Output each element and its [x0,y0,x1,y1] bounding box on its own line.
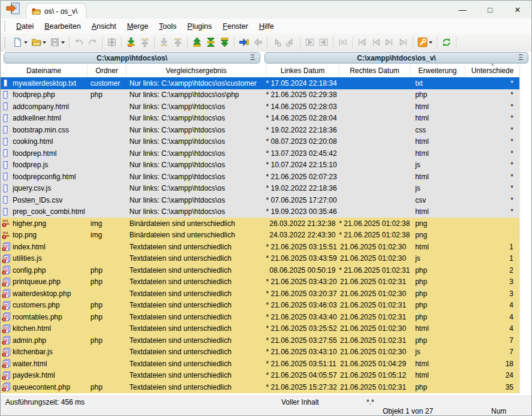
open-right-icon [305,37,315,47]
column-header-unterschiede[interactable]: ^ Unterschiede [465,65,520,77]
menu-grip[interactable] [4,21,7,32]
left-date-cell: * 14.06.2025 02:28:04 [266,114,339,122]
next-diff-button[interactable] [218,35,232,50]
table-row[interactable]: kitchenbar.jsTextdateien sind unterschie… [1,346,520,358]
options-button[interactable] [416,35,434,50]
column-header-ordner[interactable]: Ordner [88,65,127,77]
table-row[interactable]: config.phpphpTextdateien sind unterschie… [1,264,520,276]
differences-cell: 4 [465,324,519,333]
copy-to-left-button[interactable] [138,35,152,50]
extension-cell: png [410,231,465,239]
stop-button[interactable] [251,35,265,50]
item-count: Objekt 1 von 27 [383,407,433,415]
prev-diff-button[interactable] [190,35,204,50]
first-diff-button[interactable] [355,35,369,50]
table-row[interactable]: Posten_IDs.csvNur links: C:\xampp\htdocs… [1,194,520,206]
table-row[interactable]: admin.phpphpTextdateien sind unterschied… [1,334,520,346]
column-header-linkes-datum[interactable]: Linkes Datum [266,65,339,77]
right-path-menu-icon[interactable]: Ξ [518,53,523,62]
differences-cell: * [465,79,519,88]
redo-button[interactable] [86,35,100,50]
first-diff-icon [357,37,367,47]
current-diff-button[interactable] [204,35,218,50]
table-row[interactable]: 10001higher.pngimgBinärdateien sind unte… [1,218,520,230]
copy-left-marker-button[interactable] [284,35,297,50]
table-row[interactable]: jquery.csv.jsNur links: C:\xampp\htdocs\… [1,183,520,195]
undo-button[interactable] [72,35,86,50]
right-date-cell: 21.06.2025 01:02:31 [339,301,410,309]
save-button[interactable] [48,35,67,50]
toolbar-grip[interactable] [4,37,7,48]
move-right-button[interactable] [157,35,171,50]
left-only-icon [1,114,13,123]
column-header-rechtes-datum[interactable]: Rechtes Datum [339,65,410,77]
table-row[interactable]: queuecontent.phpphpTextdateien sind unte… [1,381,520,393]
table-row[interactable]: cooking.htmlNur links: C:\xampp\htdocs\o… [1,136,520,148]
open-left-button[interactable] [317,35,330,50]
table-row[interactable]: 10001top.pngimgBinärdateien sind untersc… [1,230,520,242]
differences-cell: 1 [465,243,519,251]
table-row[interactable]: addkellner.htmlNur links: C:\xampp\htdoc… [1,113,520,125]
close-button[interactable]: ✕ [504,1,531,19]
next-file-button[interactable] [383,35,396,50]
menu-ansicht[interactable]: Ansicht [86,20,122,32]
table-row[interactable]: foodprep.phpphpNur links: C:\xampp\htdoc… [1,89,520,101]
file-compare-list: mywaiterdesktop.txtcustomerNur links: C:… [1,77,531,393]
compare-tab[interactable]: os\ - os_v\ [26,3,86,19]
menu-tools[interactable]: Tools [154,20,182,32]
new-file-button[interactable] [11,35,29,50]
last-file-button[interactable] [396,35,410,50]
right-path-header[interactable]: C:\xampp\htdocs\os_v\ Ξ [265,52,528,64]
prev-file-button[interactable] [369,35,383,50]
open-right-button[interactable] [303,35,317,50]
table-row[interactable]: printqueue.phpphpTextdateien sind unters… [1,276,520,288]
differences-cell: * [465,149,519,158]
table-row[interactable]: paydesk.htmlTextdateien sind unterschied… [1,370,520,382]
menu-fenster[interactable]: Fenster [217,20,253,32]
table-row[interactable]: customers.phpphpTextdateien sind untersc… [1,300,520,312]
table-row[interactable]: addcompany.htmlNur links: C:\xampp\htdoc… [1,101,520,113]
column-header-dateiname[interactable]: Dateiname [1,65,88,77]
copy-right-marker-button[interactable] [270,35,284,50]
split-view-button[interactable] [105,35,119,50]
differences-cell: * [465,126,519,134]
open-button[interactable] [29,35,48,50]
table-row[interactable]: waiterdesktop.phpTextdateien sind unters… [1,288,520,300]
menu-bar: DateiBearbeitenAnsichtMergeToolsPluginsF… [1,19,531,34]
table-row[interactable]: kitchen.htmlTextdateien sind unterschied… [1,323,520,335]
table-row[interactable]: prep_cook_combi.htmlNur links: C:\xampp\… [1,206,520,218]
table-row[interactable]: foodprepconfig.htmlNur links: C:\xampp\h… [1,171,520,183]
menu-merge[interactable]: Merge [122,20,154,32]
left-only-icon [1,161,13,170]
maximize-button[interactable]: □ [476,1,504,19]
table-row[interactable]: index.htmlTextdateien sind unterschiedli… [1,241,520,253]
table-row[interactable]: foodprep.jsNur links: C:\xampp\htdocs\os… [1,159,520,171]
menu-datei[interactable]: Datei [11,20,39,32]
text-diff-icon [1,336,13,345]
menu-bearbeiten[interactable]: Bearbeiten [39,20,86,32]
left-path-menu-icon[interactable]: Ξ [250,53,255,62]
copy-to-right-button[interactable] [124,35,138,50]
column-header-erweiterung[interactable]: Erweiterung [410,65,465,77]
table-row[interactable]: mywaiterdesktop.txtcustomerNur links: C:… [1,77,520,89]
table-row[interactable]: utilities.jsTextdateien sind unterschied… [1,253,520,265]
minimize-button[interactable]: — [449,1,476,19]
table-row[interactable]: waiter.htmlTextdateien sind unterschiedl… [1,358,520,370]
left-date-cell: * 19.02.2022 22:18:36 [266,126,339,134]
move-left-button[interactable] [171,35,185,50]
differences-cell: 3 [465,290,519,298]
right-date-cell: 21.06.2025 01:02:30 [339,290,410,298]
table-row[interactable]: roomtables.phpphpTextdateien sind unters… [1,311,520,323]
table-row[interactable]: bootstrap.min.cssNur links: C:\xampp\htd… [1,124,520,136]
extension-cell: html [410,173,465,181]
collapse-button[interactable] [336,35,350,50]
menu-plugins[interactable]: Plugins [182,20,217,32]
folder-cell: php [88,266,127,275]
refresh-button[interactable] [440,35,453,50]
left-path-header[interactable]: C:\xampp\htdocs\os\ Ξ [4,52,260,64]
compare-button[interactable] [237,35,251,50]
table-row[interactable]: foodprep.htmlNur links: C:\xampp\htdocs\… [1,147,520,159]
menu-hilfe[interactable]: Hilfe [254,20,279,32]
left-date-cell: * 21.06.2025 15:27:32 [266,383,339,391]
column-header-vergleichsergebnis[interactable]: Vergleichsergebnis [127,65,266,77]
